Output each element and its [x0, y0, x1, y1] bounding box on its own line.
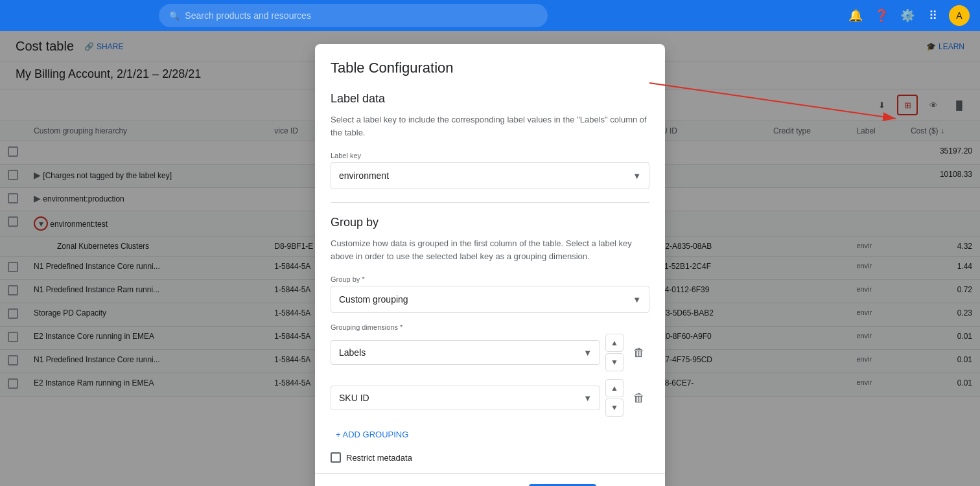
add-grouping-button[interactable]: + ADD GROUPING	[331, 427, 414, 442]
restrict-metadata-row: Restrict metadata	[331, 452, 649, 463]
modal-title: Table Configuration	[331, 60, 649, 76]
table-config-modal: Table Configuration Label data Select a …	[315, 44, 665, 486]
section-divider	[331, 202, 649, 203]
search-icon: 🔍	[169, 11, 180, 21]
grouping-delete-2[interactable]: 🗑	[629, 388, 649, 408]
label-data-section-title: Label data	[331, 92, 649, 106]
search-bar[interactable]: 🔍	[159, 4, 548, 27]
group-by-desc: Customize how data is grouped in the fir…	[331, 237, 649, 262]
restrict-metadata-checkbox[interactable]	[331, 452, 341, 463]
group-by-select[interactable]: Custom grouping Service SKU Label key	[331, 286, 649, 312]
group-by-label: Group by *	[331, 275, 649, 283]
apps-icon[interactable]: ⠿	[923, 5, 944, 26]
label-key-group: Label key environment team project app ▼	[331, 152, 649, 189]
modal-overlay: Table Configuration Label data Select a …	[0, 31, 980, 486]
grouping-select-1[interactable]: Labels Service SKU ID Project	[331, 341, 600, 364]
grouping-select-2[interactable]: Labels Service SKU ID Project	[331, 386, 600, 410]
grouping-down-arrow-1[interactable]: ▼	[605, 353, 624, 371]
grouping-down-arrow-2[interactable]: ▼	[605, 399, 624, 417]
label-data-desc: Select a label key to include the corres…	[331, 113, 649, 139]
grouping-select-wrapper-1: Labels Service SKU ID Project ▼	[331, 340, 600, 365]
notifications-icon[interactable]: 🔔	[845, 5, 866, 26]
grouping-delete-1[interactable]: 🗑	[629, 342, 649, 363]
grouping-up-arrow-2[interactable]: ▲	[605, 379, 624, 397]
label-key-label: Label key	[331, 152, 649, 159]
settings-icon[interactable]: ⚙️	[897, 5, 918, 26]
grouping-dimensions-label: Grouping dimensions *	[331, 323, 649, 331]
grouping-up-arrow-1[interactable]: ▲	[605, 334, 624, 352]
label-key-select-wrapper: environment team project app ▼	[331, 162, 649, 189]
top-nav: 🔍 🔔 ❓ ⚙️ ⠿ A	[0, 0, 980, 31]
grouping-dimensions-group: Grouping dimensions * Labels Service SKU…	[331, 323, 649, 417]
restrict-metadata-label: Restrict metadata	[346, 453, 412, 463]
search-input[interactable]	[185, 10, 537, 21]
group-by-section-title: Group by	[331, 216, 649, 229]
main-area: Cost table 🔗 SHARE 🎓 LEARN My Billing Ac…	[0, 31, 980, 486]
grouping-select-wrapper-2: Labels Service SKU ID Project ▼	[331, 386, 600, 410]
group-by-group: Group by * Custom grouping Service SKU L…	[331, 275, 649, 313]
modal-footer: SUBMIT CLOSE	[315, 473, 665, 486]
help-icon[interactable]: ❓	[871, 5, 892, 26]
group-by-select-wrapper: Custom grouping Service SKU Label key ▼	[331, 286, 649, 313]
nav-icons: 🔔 ❓ ⚙️ ⠿ A	[845, 5, 970, 26]
label-key-select[interactable]: environment team project app	[331, 163, 649, 189]
grouping-arrows-2: ▲ ▼	[605, 379, 624, 417]
grouping-arrows-1: ▲ ▼	[605, 334, 624, 371]
avatar[interactable]: A	[949, 5, 970, 26]
grouping-row-2: Labels Service SKU ID Project ▼ ▲ ▼ 🗑	[331, 379, 649, 417]
grouping-row-1: Labels Service SKU ID Project ▼ ▲ ▼ 🗑	[331, 334, 649, 371]
